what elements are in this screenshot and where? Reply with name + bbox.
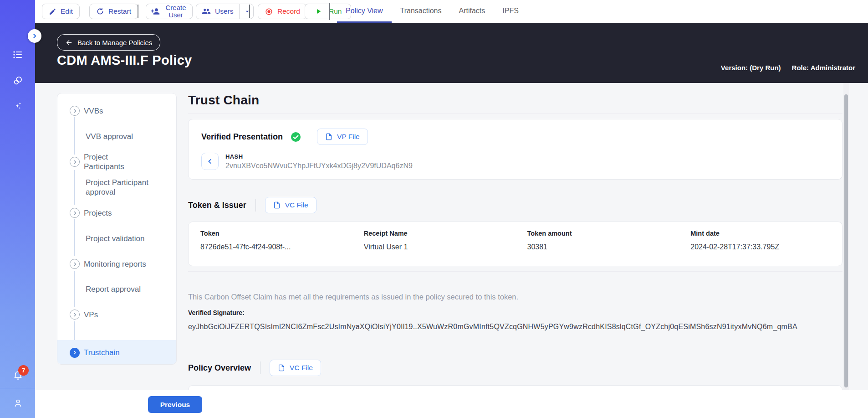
arrow-left-icon: [65, 39, 73, 46]
nav-item-label: Project validation: [86, 234, 144, 243]
file-icon: [325, 133, 332, 140]
user-profile-icon[interactable]: [13, 398, 24, 409]
top-toolbar: Edit Restart Create User Users: [35, 0, 868, 23]
record-icon: [265, 7, 273, 16]
column-header: Mint date: [690, 230, 842, 237]
vertical-divider: [260, 361, 260, 374]
policy-header: Back to Manage Policies CDM AMS-III.F Po…: [35, 23, 868, 83]
toolbar-divider: [249, 5, 250, 18]
sidebar-divider: [0, 389, 35, 389]
token-issuer-title: Token & Issuer: [188, 201, 246, 210]
nav-item-project-participants[interactable]: Project Participants: [57, 152, 176, 172]
toolbar-divider: [329, 3, 330, 20]
nav-item-monitoring-reports[interactable]: Monitoring reports: [57, 258, 176, 270]
token-vc-file-button[interactable]: VC File: [265, 197, 317, 213]
tab-policy-view[interactable]: Policy View: [337, 0, 392, 23]
page-title: CDM AMS-III.F Policy: [57, 53, 192, 68]
policy-trustchain-page: 7 Edit Restart: [0, 0, 868, 418]
chevron-right-circle-icon: [70, 348, 80, 358]
verified-presentation-card: Verified Presentation VP File HASH 2vnuX…: [188, 119, 842, 180]
nav-item-label: Projects: [84, 208, 112, 218]
vertical-divider: [309, 130, 309, 143]
policy-vc-file-button[interactable]: VC File: [270, 360, 321, 376]
verified-presentation-title: Verified Presentation: [201, 132, 283, 142]
vc-file-button-label: VC File: [290, 364, 313, 372]
users-icon: [202, 7, 211, 16]
record-button[interactable]: Record: [258, 4, 307, 19]
tab-ipfs[interactable]: IPFS: [494, 0, 527, 23]
table-column-mint-date: Mint date 2024-02-28T17:37:33.795Z: [679, 230, 842, 266]
rings-icon[interactable]: [12, 75, 23, 86]
file-icon: [273, 201, 281, 209]
column-header: Token: [200, 230, 352, 237]
nav-item-label: VPs: [84, 310, 98, 320]
chevron-right-circle-icon: [70, 259, 80, 269]
chevron-left-icon: [206, 157, 214, 165]
nav-item-label: Trustchain: [84, 348, 120, 357]
policy-step-nav: VVBs VVB approval Project Participants P…: [57, 93, 177, 365]
restart-button[interactable]: Restart: [89, 4, 138, 19]
back-to-manage-policies-button[interactable]: Back to Manage Policies: [57, 34, 160, 51]
nav-item-label: Project Participants: [84, 152, 143, 171]
cell-mint-date: 2024-02-28T17:37:33.795Z: [690, 243, 842, 251]
nav-item-project-participant-approval[interactable]: Project Participant approval: [57, 177, 176, 197]
create-user-button-label: Create User: [164, 4, 188, 19]
hash-value: 2vnuXBVco5NWvuCYhpJFtUYxk4xDGj8y2V9fUDAq…: [225, 162, 413, 170]
nav-item-label: Report approval: [86, 284, 141, 294]
users-button[interactable]: Users: [196, 4, 254, 19]
section-divider: [188, 113, 842, 114]
chevron-right-circle-icon: [70, 208, 80, 218]
list-menu-icon[interactable]: [12, 49, 23, 60]
previous-button[interactable]: Previous: [148, 396, 202, 413]
trust-chain-heading: Trust Chain: [188, 93, 259, 108]
nav-item-vps[interactable]: VPs: [57, 308, 176, 321]
vp-file-button[interactable]: VP File: [317, 129, 368, 145]
edit-button[interactable]: Edit: [42, 4, 80, 19]
chevron-right-icon: [31, 32, 38, 40]
nav-item-projects[interactable]: Projects: [57, 206, 176, 219]
toolbar-divider: [534, 4, 535, 19]
users-button-label: Users: [215, 7, 233, 15]
cell-token-id: 8726de51-47fc-4f24-908f-...: [200, 243, 352, 251]
tab-transactions[interactable]: Transactions: [392, 0, 450, 23]
tab-artifacts[interactable]: Artifacts: [450, 0, 494, 23]
chevron-right-circle-icon: [70, 106, 80, 116]
nav-item-vvb-approval[interactable]: VVB approval: [57, 130, 176, 143]
file-icon: [278, 364, 285, 372]
nav-item-project-validation[interactable]: Project validation: [57, 232, 176, 245]
sidebar-expand-button[interactable]: [28, 29, 41, 43]
app-sidebar: 7: [0, 0, 35, 418]
vc-file-button-label: VC File: [285, 201, 308, 209]
nav-item-label: VVBs: [84, 106, 103, 116]
column-header: Token amount: [527, 230, 679, 237]
person-add-icon: [151, 7, 160, 16]
nav-item-report-approval[interactable]: Report approval: [57, 283, 176, 295]
create-user-button[interactable]: Create User: [146, 4, 193, 19]
restart-button-label: Restart: [108, 7, 131, 15]
back-button-label: Back to Manage Policies: [77, 39, 152, 46]
nav-item-label: Monitoring reports: [84, 259, 146, 269]
nav-item-trustchain[interactable]: Trustchain: [57, 340, 176, 365]
nav-item-vvbs[interactable]: VVBs: [57, 104, 176, 117]
pencil-icon: [49, 8, 56, 15]
vertical-divider: [255, 199, 256, 212]
verified-signature-value: eyJhbGciOiJFZERTQSIsImI2NCI6ZmFsc2UsImNy…: [188, 323, 842, 331]
nav-item-label: Project Participant approval: [86, 178, 158, 197]
play-icon: [314, 7, 322, 15]
sparkles-icon[interactable]: [12, 100, 23, 111]
section-divider: [188, 271, 842, 272]
chevron-right-circle-icon: [70, 310, 80, 320]
scrollbar-thumb[interactable]: [844, 94, 848, 387]
notification-badge: 7: [18, 365, 29, 376]
caret-down-icon: [244, 8, 251, 15]
table-column-token: Token 8726de51-47fc-4f24-908f-...: [189, 230, 352, 266]
edit-button-label: Edit: [61, 7, 73, 15]
verified-signature-label: Verified Signature:: [188, 309, 245, 316]
claim-text: This Carbon Offset Claim has met all the…: [188, 293, 518, 301]
vp-file-button-label: VP File: [337, 133, 360, 141]
table-column-token-amount: Token amount 30381: [516, 230, 679, 266]
footer-bar: Previous: [35, 390, 868, 418]
hash-prev-button[interactable]: [201, 153, 219, 170]
toolbar-divider: [138, 5, 138, 18]
policy-meta: Version: (Dry Run) Role: Administrator: [721, 64, 855, 72]
